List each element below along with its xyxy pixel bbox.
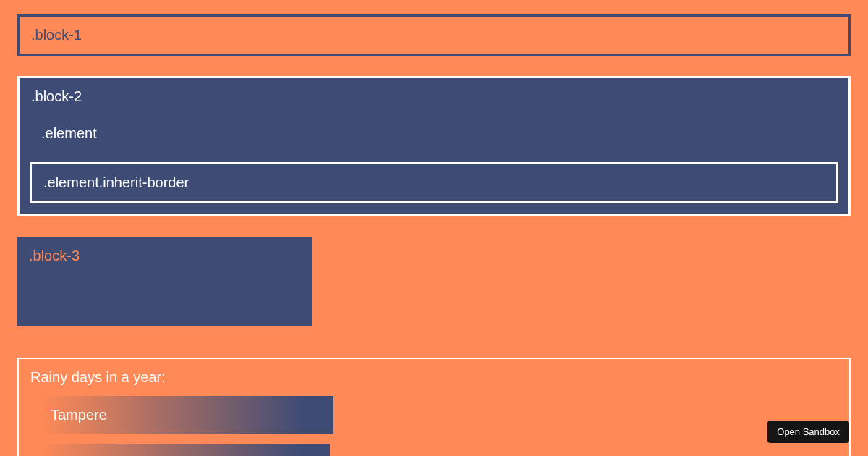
block-1: .block-1 [17,14,851,56]
block-3-label: .block-3 [29,248,80,263]
bar-row: Helsinki [30,444,838,456]
chart-container: Rainy days in a year: Tampere Helsinki [17,358,851,456]
bar-tampere: Tampere [41,396,333,434]
element: .element [30,115,838,152]
block-2-label: .block-2 [30,88,838,105]
block-1-label: .block-1 [31,27,82,43]
bar-tampere-label: Tampere [51,407,107,423]
open-sandbox-button[interactable]: Open Sandbox [767,421,849,443]
block-3: .block-3 [17,237,312,326]
open-sandbox-label: Open Sandbox [777,426,840,437]
bar-row: Tampere [30,396,838,434]
element-inherit-border: .element.inherit-border [30,162,838,203]
bar-helsinki: Helsinki [41,444,330,456]
block-2: .block-2 .element .element.inherit-borde… [17,76,851,216]
chart-title: Rainy days in a year: [30,369,838,386]
element-inherit-border-label: .element.inherit-border [43,174,189,190]
element-label: .element [41,125,97,141]
